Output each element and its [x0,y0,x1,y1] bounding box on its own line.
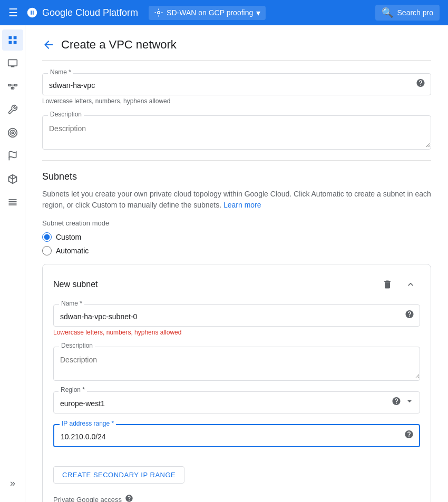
name-field-group: Name * Lowercase letters, numbers, hyphe… [42,73,431,105]
delete-icon [382,279,393,290]
sidebar: » [0,25,25,502]
subnets-title: Subnets [42,171,431,182]
sidebar-item-network[interactable] [2,76,23,97]
radio-custom[interactable]: Custom [42,232,431,242]
compute-icon [7,58,18,68]
svg-rect-7 [14,84,17,86]
subnet-description-input[interactable] [54,347,420,379]
subnet-name-help-icon[interactable] [405,310,414,322]
description-field: Description [42,115,431,150]
collapse-icon [405,279,416,290]
name-help-icon[interactable] [416,78,425,91]
search-bar[interactable]: 🔍 Search pro [375,5,440,21]
name-label: Name * [48,68,73,76]
project-chevron-icon: ▾ [256,8,260,18]
target-icon [7,127,18,138]
svg-point-12 [10,130,15,135]
subnet-description-field: Description [53,347,420,381]
svg-rect-3 [8,41,12,44]
svg-rect-2 [13,36,16,40]
subnet-name-field: Name * [53,304,420,327]
svg-point-13 [12,132,13,133]
creation-mode-label: Subnet creation mode [42,219,431,227]
sidebar-item-bars[interactable] [2,192,23,213]
bars-icon [7,197,18,208]
main-content: Create a VPC network Name * Lowercase le… [25,25,448,502]
ip-address-field: IP address range * [53,424,420,447]
region-help-icon[interactable] [392,397,401,409]
topbar-logo: Google Cloud Platform [26,7,138,18]
menu-icon[interactable]: ☰ [8,6,18,19]
sidebar-item-dashboard[interactable] [2,29,23,51]
region-field-group: Region * europe-west1 us-central1 us-eas… [53,391,420,414]
description-label: Description [48,111,84,118]
ip-label: IP address range * [60,420,116,427]
cube-icon [7,174,18,184]
divider-1 [42,160,431,161]
project-selector[interactable]: SD-WAN on GCP proofing ▾ [149,6,266,20]
back-button[interactable] [42,38,55,51]
network-icon [7,81,18,92]
sidebar-item-target[interactable] [2,122,23,143]
sidebar-expand-button[interactable]: » [2,473,23,494]
name-input[interactable] [43,74,431,95]
sidebar-item-compute[interactable] [2,53,23,74]
search-placeholder: Search pro [397,8,433,17]
private-access-label-text: Private Google access [53,496,122,503]
radio-custom-label: Custom [56,233,81,241]
name-field: Name * [42,73,431,95]
svg-point-0 [158,12,160,14]
subnet-box-header: New subnet [53,275,420,294]
radio-automatic-label: Automatic [56,247,89,255]
region-label: Region * [59,386,87,393]
sidebar-item-cube[interactable] [2,169,23,190]
svg-rect-4 [13,41,16,44]
ip-help-icon[interactable] [404,430,414,442]
private-access-help-icon[interactable] [125,494,133,502]
sidebar-item-tools[interactable] [2,99,23,120]
svg-rect-1 [8,36,12,40]
description-input[interactable] [43,116,431,147]
subnet-description-field-group: Description [53,347,420,381]
svg-rect-6 [8,84,11,86]
svg-rect-5 [8,60,17,66]
learn-more-link[interactable]: Learn more [223,201,261,209]
delete-subnet-button[interactable] [378,275,397,294]
collapse-subnet-button[interactable] [401,275,420,294]
flag-icon [7,151,18,161]
private-access-section: Private Google access On [53,494,420,502]
subnets-description: Subnets let you create your own private … [42,189,431,211]
subnet-name-input[interactable] [54,305,420,326]
subnet-name-hint: Lowercase letters, numbers, hyphens allo… [53,329,420,336]
name-hint: Lowercase letters, numbers, hyphens allo… [42,97,431,105]
search-icon: 🔍 [382,7,393,18]
new-subnet-box: New subnet Name * [42,264,431,502]
private-access-label-row: Private Google access [53,494,420,502]
subnet-name-label: Name * [59,300,84,307]
topbar-logo-text: Google Cloud Platform [42,7,138,18]
gcp-logo-icon [26,7,38,18]
subnets-section: Subnets Subnets let you create your own … [42,171,431,502]
region-select-wrapper: Region * europe-west1 us-central1 us-eas… [53,391,420,414]
region-select[interactable]: europe-west1 us-central1 us-east1 asia-e… [53,391,420,414]
ip-address-input[interactable] [54,425,419,446]
tools-icon [7,104,18,115]
page-header: Create a VPC network [42,38,431,61]
sidebar-item-flag[interactable] [2,145,23,166]
create-secondary-ip-label: CREATE SECONDARY IP RANGE [62,471,176,479]
topbar: ☰ Google Cloud Platform SD-WAN on GCP pr… [0,0,448,25]
page-title: Create a VPC network [61,38,177,52]
subnet-box-actions [378,275,420,294]
subnet-name-field-group: Name * Lowercase letters, numbers, hyphe… [53,304,420,336]
project-name: SD-WAN on GCP proofing [167,8,253,17]
subnet-description-label: Description [59,342,95,349]
description-field-group: Description [42,115,431,150]
radio-custom-input[interactable] [42,232,52,242]
create-secondary-ip-button[interactable]: CREATE SECONDARY IP RANGE [53,466,184,484]
radio-automatic[interactable]: Automatic [42,246,431,255]
dashboard-icon [7,35,18,45]
ip-field-group: IP address range * [53,424,420,447]
expand-icon: » [10,478,15,489]
subnet-box-title: New subnet [53,280,98,289]
radio-automatic-input[interactable] [42,246,52,255]
